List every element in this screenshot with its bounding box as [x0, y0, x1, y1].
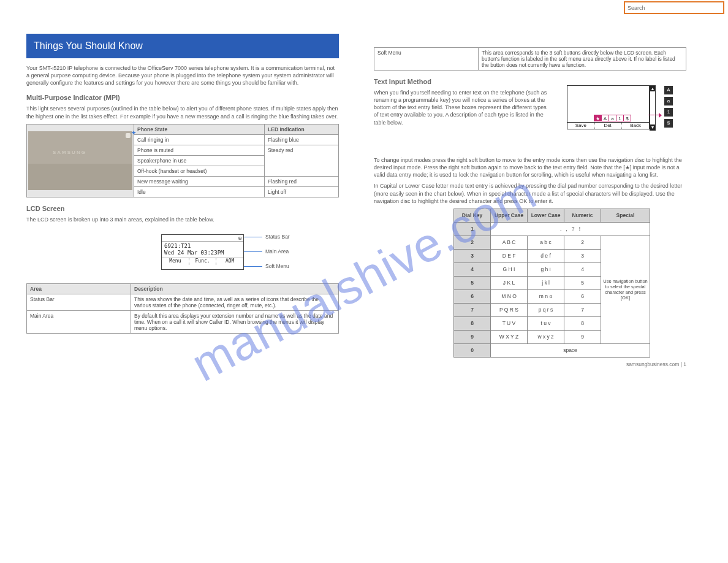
soft-menu: Menu	[162, 258, 189, 265]
ch-h3: Numeric	[564, 209, 601, 222]
cell: Call ringing in	[134, 134, 265, 145]
cell: 5	[564, 276, 601, 289]
cell: a b c	[528, 236, 564, 249]
lcd-diagram: ⊞ 6921:T21 Wed 24 Mar 03:23PM Menu Func.…	[161, 229, 370, 278]
entry-soft-row: Save Del. Back	[567, 122, 649, 129]
ch-h1: Upper Case	[491, 209, 528, 222]
ck: 7	[454, 303, 491, 316]
cell: 7	[564, 303, 601, 316]
lcd-screen: ⊞ 6921:T21 Wed 24 Mar 03:23PM Menu Func.…	[161, 234, 244, 270]
section-banner: Things You Should Know	[26, 34, 339, 58]
ch-h2: Lower Case	[528, 209, 564, 222]
cell: Light off	[265, 186, 339, 197]
cell: d e f	[528, 249, 564, 262]
cell: Phone is muted	[134, 145, 265, 155]
ch-h4: Special	[601, 209, 650, 222]
cell: G H I	[491, 262, 528, 276]
cell: m n o	[528, 289, 564, 303]
text-input-body1: When you find yourself needing to enter …	[374, 89, 552, 126]
lcd-status-bar: ⊞	[162, 235, 243, 242]
ch-h0: Dial Key	[454, 209, 491, 222]
ck: 0	[454, 343, 491, 357]
cell: p q r s	[528, 303, 564, 316]
lcd-ext: 6921:T21	[164, 243, 241, 250]
cell: T U V	[491, 316, 528, 330]
page-footer: samsungbusiness.com | 1	[374, 361, 686, 367]
cell: J K L	[491, 276, 528, 289]
ck: 4	[454, 262, 491, 276]
soft-back: Back	[622, 123, 649, 129]
search-box[interactable]	[624, 1, 724, 14]
lcd-area-table-cont: Soft MenuThis area corresponds to the 3 …	[374, 47, 686, 71]
soft-del: Del.	[595, 123, 623, 129]
cell: Steady red	[265, 145, 339, 176]
text-entry-screen: ▲ ▼ ★ A a 1 $ Save Del. Back	[567, 85, 650, 129]
phone-illustration: SAMSUNG ✦	[28, 131, 132, 190]
cell: Flashing blue	[265, 134, 339, 145]
cell: Off-hook (handset or headset)	[134, 166, 265, 176]
cell: Speakerphone in use	[134, 155, 265, 166]
ck: 6	[454, 289, 491, 303]
cell: Main Area	[27, 310, 131, 333]
cell: 9	[564, 330, 601, 343]
input-mode-row: ★ A a 1 $	[594, 115, 631, 121]
cell: j k l	[528, 276, 564, 289]
legend-upper: A	[664, 86, 673, 94]
legend-num: 1	[664, 108, 673, 117]
cell: 6	[564, 289, 601, 303]
mpi-body: This light serves several purposes (outl…	[26, 105, 339, 120]
cell: g h i	[528, 262, 564, 276]
label-softmenu: Soft Menu	[265, 263, 289, 269]
cell-space: space	[491, 343, 650, 357]
ck: 8	[454, 316, 491, 330]
scroll-down-icon[interactable]: ▼	[650, 124, 655, 130]
legend-special: $	[664, 119, 673, 128]
scroll-up-icon[interactable]: ▲	[650, 86, 655, 91]
text-input-body2: To change input modes press the right so…	[374, 156, 686, 178]
heading-mpi: Multi-Purpose Indicator (MPI)	[26, 94, 339, 101]
heading-lcd: LCD Screen	[26, 205, 339, 212]
cell: w x y z	[528, 330, 564, 343]
cell: . , ? !	[491, 222, 650, 236]
arrow-icon	[648, 115, 659, 115]
cell-special-note: Use navigation button to select the spec…	[601, 236, 650, 343]
cell: t u v	[528, 316, 564, 330]
left-column: Your SMT-i5210 IP telephone is connected…	[26, 64, 339, 334]
phone-brand-text: SAMSUNG	[53, 150, 86, 155]
lcd-body: The LCD screen is broken up into 3 main …	[26, 216, 339, 223]
lcd-area-table: Area Description Status BarThis area sho…	[26, 283, 339, 334]
led-glow-icon: ✦	[131, 129, 136, 136]
col-desc: Description	[131, 283, 339, 294]
ck: 5	[454, 276, 491, 289]
network-icon: ⊞	[238, 236, 241, 241]
cell: W X Y Z	[491, 330, 528, 343]
col-area: Area	[27, 283, 131, 294]
soft-save: Save	[567, 123, 595, 129]
label-status: Status Bar	[265, 234, 290, 240]
ck: 3	[454, 249, 491, 262]
mpi-table: SAMSUNG ✦ Phone State LED Indication Cal…	[26, 124, 339, 197]
cell: 3	[564, 249, 601, 262]
lcd-date: Wed 24 Mar 03:23PM	[164, 250, 241, 256]
phone-led	[126, 133, 131, 138]
search-input[interactable]	[625, 2, 723, 13]
cell: Flashing red	[265, 176, 339, 186]
ck: 9	[454, 330, 491, 343]
mpi-col-state: Phone State	[134, 124, 265, 134]
cell: P Q R S	[491, 303, 528, 316]
cell: By default this area displays your exten…	[131, 310, 339, 333]
lcd-soft-row: Menu Func. AOM	[162, 258, 243, 265]
cell: This area corresponds to the 3 soft butt…	[479, 48, 686, 71]
text-input-body3: In Capital or Lower Case letter mode tex…	[374, 182, 686, 204]
legend-lower: a	[664, 97, 673, 105]
cell: 4	[564, 262, 601, 276]
cell: D E F	[491, 249, 528, 262]
cell: This area shows the date and time, as we…	[131, 294, 339, 310]
intro-paragraph: Your SMT-i5210 IP telephone is connected…	[26, 64, 339, 86]
ck: 2	[454, 236, 491, 249]
scrollbar[interactable]: ▲ ▼	[650, 85, 656, 131]
mpi-col-led: LED Indication	[265, 124, 339, 134]
right-column: Soft MenuThis area corresponds to the 3 …	[374, 47, 705, 367]
cell: 8	[564, 316, 601, 330]
cell: Idle	[134, 186, 265, 197]
